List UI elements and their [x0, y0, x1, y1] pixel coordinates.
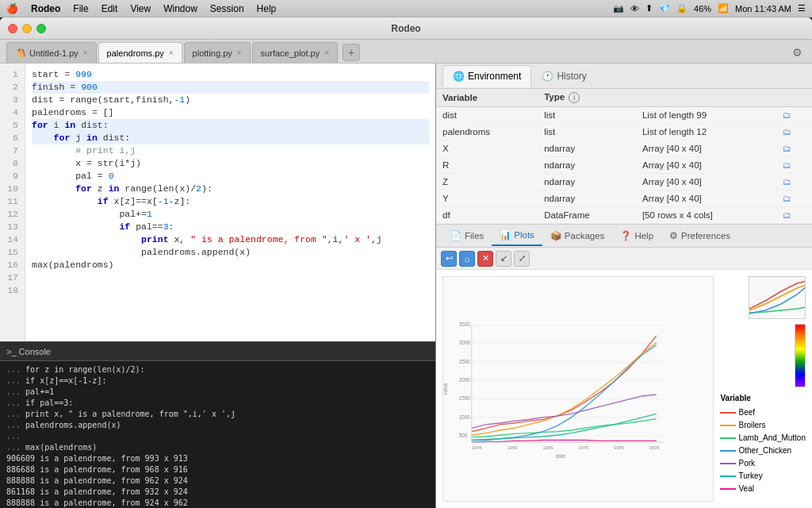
- tab-help[interactable]: ❓ Help: [612, 225, 661, 246]
- line-num-1: 1: [3, 68, 21, 81]
- legend-beef: Beef: [720, 406, 806, 419]
- tab-history[interactable]: 🕐 History: [531, 65, 596, 87]
- menubar-right: 📷 👁 ⬆ 💎 🔒 46% 📶 Mon 11:43 AM ☰: [613, 3, 806, 13]
- eye-icon: 👁: [630, 4, 639, 13]
- var-action[interactable]: 🗂: [776, 174, 812, 190]
- chart-legend: Variable Beef Broilers Lam: [720, 392, 806, 495]
- plot-thumbnail[interactable]: [749, 276, 806, 319]
- menu-icon[interactable]: ☰: [798, 3, 806, 13]
- legend-lamb-line: [720, 437, 736, 439]
- plot-btn-expand[interactable]: ⤢: [514, 251, 530, 267]
- var-action[interactable]: 🗂: [776, 107, 812, 124]
- line-numbers: 1 2 3 4 5 6 7 8 9 10 11 12 13 14 15 16 1: [0, 64, 25, 341]
- tab-plots-label: Plots: [514, 230, 534, 240]
- tab-palendroms[interactable]: palendroms.py ×: [98, 42, 182, 63]
- console-line-2: ... if x[z]==x[-1-z]:: [6, 375, 429, 387]
- table-row: X ndarray Array [40 x 40] 🗂: [436, 140, 812, 157]
- var-action[interactable]: 🗂: [776, 157, 812, 174]
- main-window: Rodeo 🐴 Untitled-1.py × palendroms.py × …: [0, 17, 812, 508]
- tab-close-surface[interactable]: ×: [324, 48, 329, 57]
- tab-files[interactable]: 📄 Files: [442, 225, 492, 246]
- code-line-7: # print i,j: [32, 144, 429, 157]
- plots-icon: 📊: [500, 229, 511, 241]
- tab-surface-plot[interactable]: surface_plot.py ×: [252, 42, 338, 63]
- apple-icon[interactable]: 🍎: [6, 3, 18, 14]
- var-value: Array [40 x 40]: [636, 157, 776, 174]
- code-line-14: print x, " is a palendrome, from ",i,' x…: [32, 233, 429, 246]
- menu-edit[interactable]: Edit: [102, 3, 118, 14]
- menu-help[interactable]: Help: [257, 3, 277, 14]
- tab-packages-label: Packages: [565, 231, 605, 241]
- tab-close-untitled[interactable]: ×: [83, 48, 88, 57]
- line-num-17: 17: [3, 271, 21, 284]
- menu-view[interactable]: View: [130, 3, 151, 14]
- legend-turkey: Turkey: [720, 470, 806, 483]
- var-name: R: [436, 157, 538, 174]
- var-type: list: [538, 107, 636, 124]
- var-action[interactable]: 🗂: [776, 140, 812, 157]
- menu-window[interactable]: Window: [163, 3, 197, 14]
- new-tab-button[interactable]: +: [343, 44, 360, 61]
- code-line-3: dist = range(start,finish,-1): [32, 94, 429, 106]
- menu-file[interactable]: File: [73, 3, 88, 14]
- console-line-7: ...: [6, 431, 429, 442]
- maximize-button[interactable]: [36, 24, 46, 33]
- minimize-button[interactable]: [22, 24, 32, 33]
- var-type: ndarray: [538, 174, 636, 190]
- legend-other-chicken-label: Other_Chicken: [738, 444, 791, 457]
- tab-untitled[interactable]: 🐴 Untitled-1.py ×: [6, 42, 97, 63]
- tab-icon-untitled: 🐴: [15, 48, 26, 58]
- color-gradient-swatch: [795, 324, 806, 387]
- menubar: 🍎 Rodeo File Edit View Window Session He…: [0, 0, 812, 17]
- var-value: List of length 12: [636, 124, 776, 140]
- code-line-11: if x[z]==x[-1-z]:: [32, 195, 429, 208]
- plot-btn-close[interactable]: ✕: [477, 251, 493, 267]
- svg-text:1000: 1000: [459, 414, 470, 420]
- var-action[interactable]: 🗂: [776, 207, 812, 224]
- tab-close-plotting[interactable]: ×: [237, 48, 242, 57]
- console-line-13: 888888 is a palendrome, from 924 x 962: [6, 498, 429, 508]
- legend-veal: Veal: [720, 483, 806, 495]
- var-name: palendroms: [436, 124, 538, 140]
- plot-chart: 3500 3000 2500 2000 1500 1000 500 value: [442, 276, 714, 502]
- code-line-6: for j in dist:: [32, 132, 429, 144]
- tab-environment[interactable]: 🌐 Environment: [442, 65, 531, 87]
- var-value: [50 rows x 4 cols]: [636, 207, 776, 224]
- code-line-9: pal = 0: [32, 170, 429, 183]
- plot-btn-back[interactable]: ↩: [441, 251, 457, 267]
- var-type: ndarray: [538, 190, 636, 207]
- legend-beef-label: Beef: [738, 406, 755, 419]
- type-info-icon[interactable]: i: [569, 92, 580, 103]
- titlebar: Rodeo: [0, 17, 812, 40]
- var-type: list: [538, 124, 636, 140]
- plot-btn-home[interactable]: ⌂: [459, 251, 475, 267]
- preferences-icon: ⚙: [669, 230, 678, 241]
- menu-session[interactable]: Session: [210, 3, 244, 14]
- var-action[interactable]: 🗂: [776, 124, 812, 140]
- lock-icon: 🔒: [676, 3, 688, 13]
- svg-text:2005: 2005: [649, 445, 660, 450]
- console-line-6: ... palendroms.append(x): [6, 420, 429, 431]
- close-button[interactable]: [8, 24, 17, 33]
- tab-plotting[interactable]: plotting.py ×: [184, 42, 251, 63]
- console-title: >_ Console: [6, 347, 51, 356]
- traffic-lights: [8, 24, 46, 33]
- tab-settings-button[interactable]: ⚙: [788, 44, 806, 61]
- code-editor[interactable]: 1 2 3 4 5 6 7 8 9 10 11 12 13 14 15 16 1: [0, 64, 435, 341]
- code-content[interactable]: start = 999 finish = 900 dist = range(st…: [25, 64, 435, 341]
- legend-lamb-label: Lamb_And_Mutton: [738, 432, 806, 444]
- var-action[interactable]: 🗂: [776, 190, 812, 207]
- plot-btn-zoom[interactable]: ↙: [496, 251, 511, 267]
- console-line-10: 886688 is a palendrome, from 968 x 916: [6, 464, 429, 475]
- table-row: df DataFrame [50 rows x 4 cols] 🗂: [436, 207, 812, 224]
- tab-preferences[interactable]: ⚙ Preferences: [661, 225, 738, 246]
- battery-level: 46%: [694, 4, 711, 13]
- tab-plots[interactable]: 📊 Plots: [492, 225, 542, 246]
- tab-packages[interactable]: 📦 Packages: [542, 225, 613, 246]
- tab-files-label: Files: [465, 231, 484, 241]
- tab-close-palendroms[interactable]: ×: [169, 48, 174, 57]
- console-content[interactable]: ... for z in range(len(x)/2): ... if x[z…: [0, 361, 435, 508]
- window-title: Rodeo: [391, 23, 420, 34]
- line-num-12: 12: [3, 208, 21, 221]
- svg-text:value: value: [443, 383, 448, 394]
